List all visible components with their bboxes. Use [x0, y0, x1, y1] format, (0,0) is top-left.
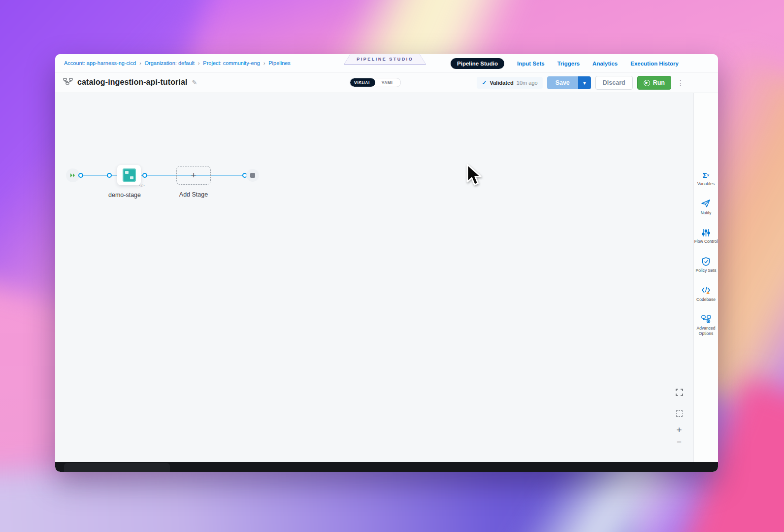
- background-terminal-strip: [55, 462, 718, 472]
- check-icon: ✓: [482, 79, 487, 86]
- sigma-x-icon: Σx: [703, 170, 709, 180]
- discard-button[interactable]: Discard: [595, 76, 633, 90]
- stop-icon: [250, 173, 255, 178]
- graph-gear-icon: [701, 314, 711, 324]
- page-title: catalog-ingestion-api-tutorial: [77, 78, 187, 87]
- pipeline-connector-line: [75, 175, 253, 176]
- add-stage-label: Add Stage: [171, 191, 216, 198]
- run-button[interactable]: ▶ Run: [637, 76, 671, 90]
- sliders-icon: [702, 228, 710, 237]
- stage-name-label: demo-stage: [102, 192, 147, 199]
- sidebar-item-label: Flow Control: [694, 239, 718, 244]
- breadcrumb-separator: ›: [139, 61, 141, 66]
- double-play-icon: [70, 173, 76, 178]
- sidebar-item-label: Advanced Options: [694, 326, 718, 336]
- save-button[interactable]: Save: [547, 76, 578, 89]
- connector-point: [78, 173, 83, 178]
- connector-point: [107, 173, 112, 178]
- paper-plane-icon: [701, 199, 711, 209]
- stage-node-demo-stage[interactable]: [117, 165, 141, 185]
- mouse-cursor: [465, 164, 484, 189]
- validation-time: 10m ago: [517, 80, 538, 86]
- more-options-icon[interactable]: ⋮: [676, 82, 686, 84]
- validation-status: ✓ Validated 10m ago: [477, 77, 542, 89]
- play-icon: ▶: [644, 80, 650, 86]
- pipeline-start-node: [66, 168, 80, 182]
- code-warning-icon: [701, 286, 711, 296]
- connector-point: [142, 173, 147, 178]
- sidebar-item-label: Policy Sets: [695, 268, 716, 273]
- pipeline-canvas[interactable]: </> demo-stage + Add Stage + −: [55, 93, 693, 462]
- pipeline-studio-badge: PIPELINE STUDIO: [344, 54, 426, 65]
- sidebar-item-label: Notify: [701, 210, 712, 216]
- run-label: Run: [653, 79, 665, 86]
- selection-square-icon: [676, 410, 683, 417]
- sidebar-item-notify[interactable]: Notify: [694, 199, 718, 216]
- tab-input-sets[interactable]: Input Sets: [517, 61, 545, 66]
- zoom-out-button[interactable]: −: [674, 437, 685, 447]
- top-nav: Pipeline Studio Input Sets Triggers Anal…: [451, 58, 679, 69]
- plus-icon: +: [191, 170, 196, 181]
- background-terminal-tab: [64, 463, 170, 472]
- save-split-button: Save ▼: [547, 76, 591, 89]
- canvas-select-button[interactable]: [674, 410, 685, 417]
- breadcrumb-pipelines[interactable]: Pipelines: [268, 60, 291, 66]
- sidebar-item-label: Codebase: [696, 297, 716, 302]
- breadcrumb-separator: ›: [198, 61, 199, 66]
- pipeline-title-group: catalog-ingestion-api-tutorial ✎: [63, 78, 197, 87]
- toggle-visual[interactable]: VISUAL: [350, 78, 375, 87]
- tab-execution-history[interactable]: Execution History: [630, 61, 679, 66]
- sidebar-item-codebase[interactable]: Codebase: [694, 286, 718, 302]
- edit-title-icon[interactable]: ✎: [192, 79, 197, 86]
- breadcrumb-organization[interactable]: Organization: default: [144, 60, 195, 66]
- validation-label: Validated: [490, 80, 514, 86]
- top-header: Account: app-harness-ng-cicd › Organizat…: [55, 54, 718, 73]
- breadcrumb-project[interactable]: Project: community-eng: [203, 60, 260, 66]
- pipeline-graph-icon: [63, 78, 73, 87]
- breadcrumb-separator: ›: [263, 61, 265, 66]
- chevron-down-icon: ▼: [582, 80, 587, 86]
- shield-check-icon: [702, 257, 710, 266]
- fullscreen-icon: [676, 389, 683, 396]
- save-dropdown-button[interactable]: ▼: [578, 76, 591, 89]
- add-stage-button[interactable]: +: [176, 166, 211, 185]
- sidebar-item-variables[interactable]: Σx Variables: [694, 170, 718, 187]
- sidebar-item-advanced-options[interactable]: Advanced Options: [694, 314, 718, 336]
- stage-link-icon: </>: [139, 183, 145, 188]
- visual-yaml-toggle: VISUAL YAML: [350, 78, 401, 87]
- breadcrumb: Account: app-harness-ng-cicd › Organizat…: [64, 60, 291, 66]
- custom-stage-icon: [123, 168, 136, 182]
- right-sidebar: Σx Variables Notify: [693, 93, 718, 462]
- zoom-in-button[interactable]: +: [674, 425, 685, 435]
- toggle-yaml[interactable]: YAML: [375, 78, 400, 87]
- sidebar-item-policy-sets[interactable]: Policy Sets: [694, 257, 718, 273]
- sidebar-item-label: Variables: [697, 181, 715, 187]
- tab-analytics[interactable]: Analytics: [592, 61, 618, 66]
- tab-triggers[interactable]: Triggers: [557, 61, 580, 66]
- pipeline-end-node: [246, 169, 259, 182]
- breadcrumb-account[interactable]: Account: app-harness-ng-cicd: [64, 60, 136, 66]
- app-window: Account: app-harness-ng-cicd › Organizat…: [55, 54, 718, 472]
- tab-pipeline-studio[interactable]: Pipeline Studio: [451, 58, 504, 69]
- toolbar-actions: ✓ Validated 10m ago Save ▼ Discard ▶ Run…: [477, 76, 686, 90]
- sidebar-item-flow-control[interactable]: Flow Control: [694, 228, 718, 244]
- fullscreen-button[interactable]: [674, 389, 685, 398]
